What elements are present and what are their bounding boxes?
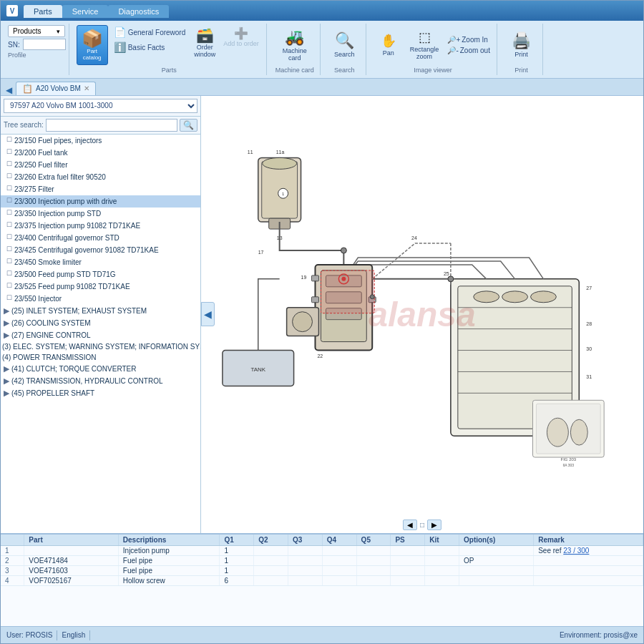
tree-group-25[interactable]: ▶ (25) INLET SYSTEM; EXHAUST SYSTEM xyxy=(1,305,200,317)
status-language: English xyxy=(62,631,85,639)
list-item[interactable]: ☐ 23/425 Centrifugal governor 91082 TD71… xyxy=(1,244,200,256)
list-item[interactable]: ☐ 23/200 Fuel tank xyxy=(1,147,200,159)
print-button[interactable]: 🖨️ Print xyxy=(506,29,536,61)
order-window-btn[interactable]: 🗃️ Orderwindow xyxy=(191,25,218,59)
tree-group-26[interactable]: ▶ (26) COOLING SYSTEM xyxy=(1,317,200,329)
part-ps xyxy=(391,566,425,576)
catalog-icon: 📦 xyxy=(82,29,103,49)
doc-tab-title: A20 Volvo BM xyxy=(36,84,81,92)
part-q1: 6 xyxy=(220,576,254,586)
svg-point-34 xyxy=(448,275,454,281)
bottom-panel: Part Descriptions Q1 Q2 Q3 Q4 Q5 PS Kit … xyxy=(1,533,643,626)
tree-group-27[interactable]: ▶ (27) ENGINE CONTROL xyxy=(1,329,200,341)
page-prev-button[interactable]: ◀ xyxy=(403,519,417,530)
tree-group-3[interactable]: (3) ELEC. SYSTEM; WARNING SYSTEM; INFORM… xyxy=(1,341,200,352)
tab-doc-icon: 📋 xyxy=(22,84,33,94)
tree-search-bar: Tree search: 🔍 xyxy=(1,117,200,135)
part-desc: Hollow screw xyxy=(118,576,220,586)
list-item[interactable]: ☐ 23/450 Smoke limiter xyxy=(1,256,200,268)
part-q2 xyxy=(254,556,288,566)
part-remark xyxy=(534,566,643,576)
table-row: 2 VOE471484 Fuel pipe 1 OP xyxy=(1,556,643,566)
parts-sub-buttons: 📄 General Foreword ℹ️ Basic Facts xyxy=(110,25,190,54)
part-q2 xyxy=(254,576,288,586)
part-q5 xyxy=(356,546,391,556)
machine-card-button[interactable]: 🚜 Machinecard xyxy=(279,26,311,65)
expand-icon: ▶ xyxy=(4,331,9,340)
table-row: 3 VOE471603 Fuel pipe 1 xyxy=(1,566,643,576)
list-item[interactable]: ☐ 23/250 Fuel filter xyxy=(1,159,200,171)
tree-search-button[interactable]: 🔍 xyxy=(180,119,197,132)
tab-diagnostics[interactable]: Diagnostics xyxy=(108,5,169,18)
svg-text:19: 19 xyxy=(301,274,307,279)
tab-parts[interactable]: Parts xyxy=(24,5,62,18)
rect-zoom-icon: ⬚ xyxy=(419,29,431,45)
zoom-in-button[interactable]: 🔎+ Zoom In xyxy=(445,35,492,44)
zoom-out-icon: 🔎- xyxy=(447,47,458,54)
list-item[interactable]: ☐ 23/275 Filter xyxy=(1,183,200,195)
tree-panel: ☐ 23/150 Fuel pipes, injectors ☐ 23/200 … xyxy=(1,135,200,533)
doc-tab[interactable]: 📋 A20 Volvo BM ✕ xyxy=(16,82,96,95)
list-item[interactable]: ☐ 23/375 Injection pump 91082 TD71KAE xyxy=(1,220,200,232)
svg-point-10 xyxy=(531,291,557,302)
remark-link[interactable]: 23 / 300 xyxy=(563,547,589,555)
zoom-out-button[interactable]: 🔎- Zoom out xyxy=(445,46,492,55)
sn-input[interactable] xyxy=(23,39,66,50)
list-item[interactable]: ☐ 23/300 Injection pump with drive xyxy=(1,195,200,208)
row-number: 2 xyxy=(1,556,24,566)
tree-group-4[interactable]: (4) POWER TRANSMISSION xyxy=(1,352,200,363)
panel-nav-arrow[interactable]: ◀ xyxy=(201,302,215,326)
tab-close-icon[interactable]: ✕ xyxy=(84,84,89,92)
tree-search-label: Tree search: xyxy=(4,121,44,129)
col-q2: Q2 xyxy=(254,535,288,546)
list-item[interactable]: ☐ 23/525 Feed pump 91082 TD71KAE xyxy=(1,280,200,293)
search-button[interactable]: 🔍 Search xyxy=(329,29,359,61)
expand-icon: ▶ xyxy=(4,318,9,328)
col-remark: Remark xyxy=(534,535,643,546)
list-item[interactable]: ☐ 23/150 Fuel pipes, injectors xyxy=(1,135,200,147)
zoom-out-label: Zoom out xyxy=(460,47,490,54)
products-dropdown[interactable]: Products ▾ xyxy=(8,25,65,37)
list-item[interactable]: ☐ 23/500 Feed pump STD TD71G xyxy=(1,268,200,280)
page-next-button[interactable]: ▶ xyxy=(427,519,441,530)
doc-icon: 📄 xyxy=(114,26,126,38)
checkbox-icon: ☐ xyxy=(6,233,12,243)
list-item[interactable]: ☐ 23/400 Centrifugal governor STD xyxy=(1,232,200,244)
tree-group-45[interactable]: ▶ (45) PROPELLER SHAFT xyxy=(1,387,200,399)
svg-text:11: 11 xyxy=(248,150,253,155)
list-item[interactable]: ☐ 23/350 Injection pump STD xyxy=(1,208,200,220)
part-ps xyxy=(391,546,425,556)
svg-text:FIG 203: FIG 203 xyxy=(561,457,577,462)
profile-label: Profile xyxy=(8,52,66,59)
main-content: 97597 A20 Volvo BM 1001-3000 Tree search… xyxy=(1,96,643,533)
rectangle-zoom-label: Rectanglezoom xyxy=(410,46,439,62)
pan-button[interactable]: ✋ Pan xyxy=(374,31,404,59)
tree-search-input[interactable] xyxy=(46,119,177,132)
checkbox-icon: ☐ xyxy=(6,147,12,157)
list-item[interactable]: ☐ 23/260 Extra fuel filter 90520 xyxy=(1,171,200,183)
checkbox-icon: ☐ xyxy=(6,269,12,279)
tab-nav-left-icon[interactable]: ◀ xyxy=(4,85,14,95)
part-remark xyxy=(534,556,643,566)
part-catalog-button[interactable]: 📦 Partcatalog xyxy=(77,25,108,65)
svg-text:27: 27 xyxy=(586,285,592,290)
app-icon: V xyxy=(6,5,18,16)
col-ps: PS xyxy=(391,535,425,546)
app-window: V Parts Service Diagnostics Products ▾ S… xyxy=(0,0,644,644)
basic-facts-button[interactable]: ℹ️ Basic Facts xyxy=(110,40,190,54)
tab-service[interactable]: Service xyxy=(62,5,109,18)
svg-point-51 xyxy=(570,419,587,445)
part-q5 xyxy=(356,566,391,576)
basic-facts-label: Basic Facts xyxy=(128,44,165,52)
part-number: VOE471603 xyxy=(24,566,119,576)
tree-group-41[interactable]: ▶ (41) CLUTCH; TORQUE CONVERTER xyxy=(1,363,200,375)
list-item[interactable]: ☐ 23/550 Injector xyxy=(1,293,200,305)
part-number: VOF7025167 xyxy=(24,576,119,586)
machine-card-content: 🚜 Machinecard xyxy=(279,25,311,65)
checkbox-icon: ☐ xyxy=(6,293,12,303)
version-dropdown[interactable]: 97597 A20 Volvo BM 1001-3000 xyxy=(4,99,197,113)
rectangle-zoom-button[interactable]: ⬚ Rectanglezoom xyxy=(406,27,443,64)
tree-group-42[interactable]: ▶ (42) TRANSMISSION, HYDRAULIC CONTROL xyxy=(1,375,200,387)
general-foreword-button[interactable]: 📄 General Foreword xyxy=(110,25,190,39)
checkbox-icon: ☐ xyxy=(6,135,12,145)
